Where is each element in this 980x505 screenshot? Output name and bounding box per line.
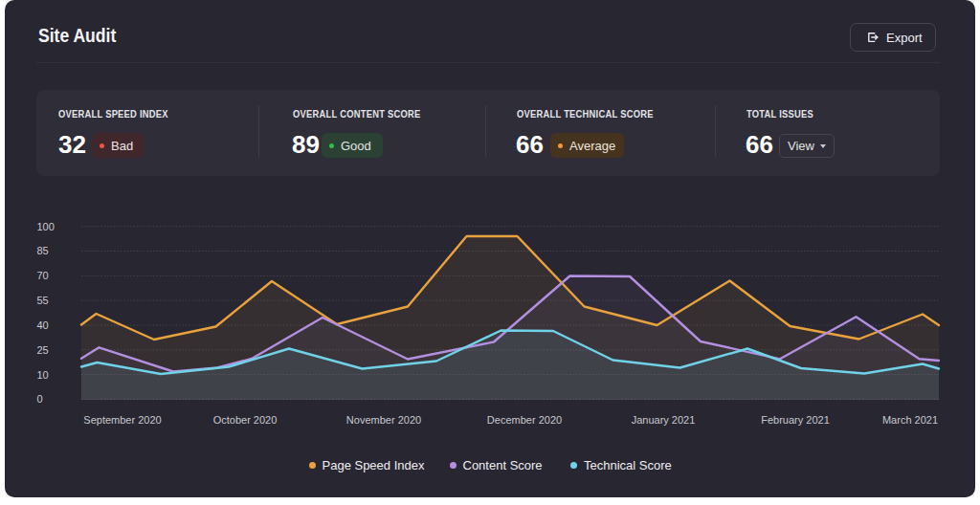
- svg-text:February 2021: February 2021: [761, 414, 830, 426]
- svg-text:70: 70: [37, 270, 49, 281]
- svg-text:December 2020: December 2020: [487, 414, 562, 426]
- svg-text:September 2020: September 2020: [83, 414, 161, 426]
- svg-text:March 2021: March 2021: [882, 414, 938, 426]
- svg-text:January 2021: January 2021: [632, 414, 696, 426]
- svg-text:October 2020: October 2020: [213, 414, 278, 426]
- svg-text:85: 85: [37, 245, 49, 256]
- svg-text:55: 55: [37, 295, 49, 306]
- svg-text:40: 40: [37, 319, 49, 331]
- svg-text:100: 100: [37, 221, 55, 232]
- svg-text:0: 0: [37, 393, 43, 405]
- svg-text:25: 25: [37, 344, 49, 356]
- svg-text:November 2020: November 2020: [346, 414, 421, 426]
- svg-text:10: 10: [37, 369, 49, 381]
